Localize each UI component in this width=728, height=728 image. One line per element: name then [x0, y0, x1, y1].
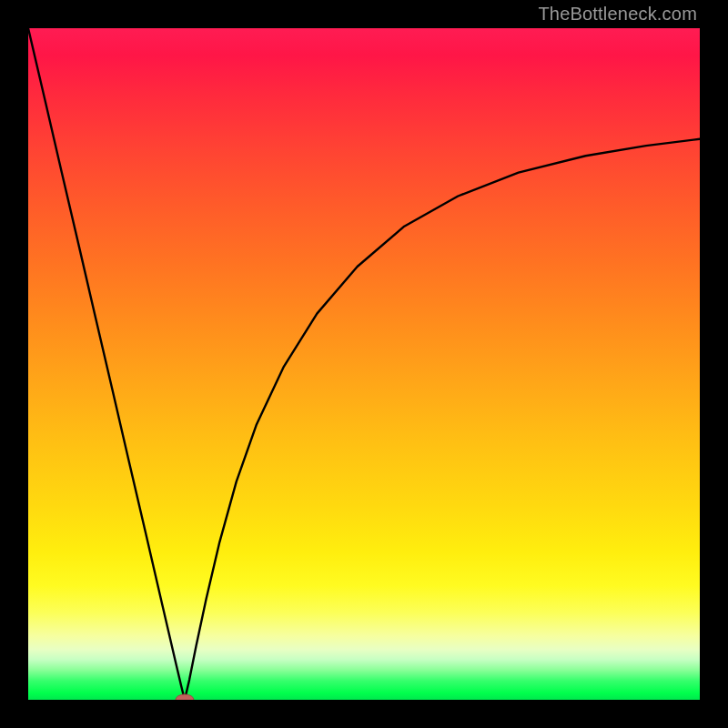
watermark-text: TheBottleneck.com: [538, 4, 697, 25]
minimum-marker: [176, 694, 194, 700]
plot-overlay: [28, 28, 700, 700]
curve-left-branch: [28, 28, 185, 700]
curve-right-branch: [185, 139, 700, 700]
chart-stage: TheBottleneck.com: [0, 0, 728, 728]
plot-frame: [28, 28, 700, 700]
